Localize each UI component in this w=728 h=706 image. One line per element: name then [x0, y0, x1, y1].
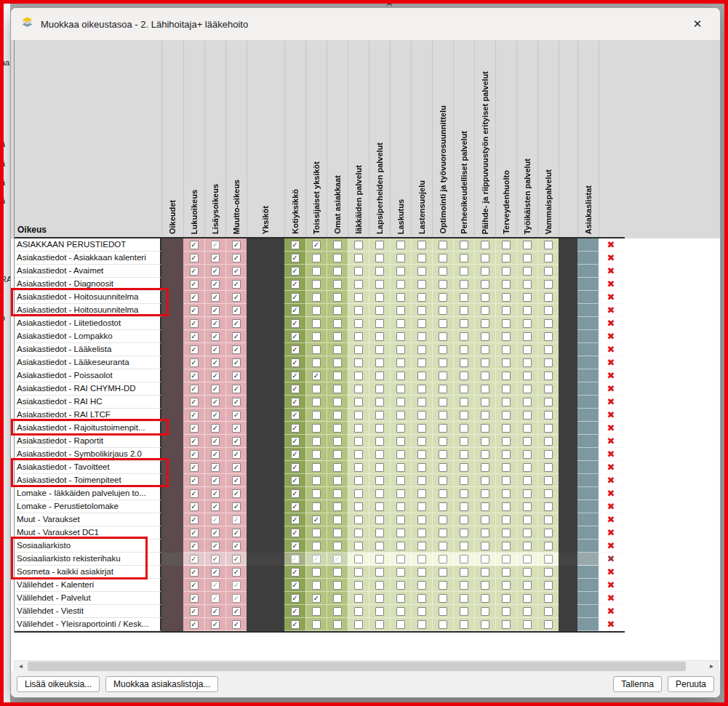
checkbox-toissijaiset-yksikot[interactable]: [312, 306, 321, 315]
checkbox-omat-asiakkaat[interactable]: [333, 463, 342, 472]
checkbox-lukuoikeus[interactable]: ✓: [190, 385, 199, 393]
checkbox-paihde-ja-riippuvuustyon-erityiset-palvelut[interactable]: [481, 581, 489, 590]
checkbox-vammaispalvelut[interactable]: [544, 332, 553, 341]
checkbox-iakkaiden-palvelut[interactable]: [354, 594, 363, 603]
checkbox-lastensuojelu[interactable]: [417, 424, 426, 433]
checkbox-terveydenhuolto[interactable]: [502, 306, 511, 315]
checkbox-laskutus[interactable]: [396, 555, 405, 563]
checkbox-muutto-oikeus[interactable]: ✓: [232, 502, 241, 511]
checkbox-optimointi-ja-tyovuorosuunnittelu[interactable]: [439, 241, 447, 249]
checkbox-paihde-ja-riippuvuustyon-erityiset-palvelut[interactable]: [481, 385, 489, 393]
row-label[interactable]: Välilehdet - Viestit: [15, 605, 161, 618]
checkbox-vammaispalvelut[interactable]: [544, 280, 553, 289]
row-label[interactable]: Sosmeta - kaikki asiakirjat: [15, 566, 161, 579]
checkbox-optimointi-ja-tyovuorosuunnittelu[interactable]: [439, 398, 447, 406]
checkbox-toissijaiset-yksikot[interactable]: ✓: [312, 241, 321, 249]
checkbox-laskutus[interactable]: [396, 489, 405, 498]
checkbox-muutto-oikeus[interactable]: ✓: [232, 241, 241, 249]
checkbox-toissijaiset-yksikot[interactable]: [312, 542, 321, 550]
checkbox-kotiyksikko[interactable]: ✓: [291, 476, 300, 485]
delete-row-icon[interactable]: ✖: [607, 449, 615, 459]
checkbox-kotiyksikko[interactable]: ✓: [291, 424, 300, 433]
checkbox-iakkaiden-palvelut[interactable]: [354, 345, 363, 354]
checkbox-lisaysoikeus[interactable]: ✓: [211, 267, 220, 276]
row-label[interactable]: ASIAKKAAN PERUSTIEDOT: [15, 238, 161, 252]
checkbox-toissijaiset-yksikot[interactable]: [312, 280, 321, 289]
checkbox-lukuoikeus[interactable]: ✓: [190, 450, 199, 459]
checkbox-kotiyksikko[interactable]: ✓: [291, 502, 300, 511]
checkbox-muutto-oikeus[interactable]: ✓: [232, 581, 241, 590]
checkbox-laskutus[interactable]: [396, 385, 405, 393]
checkbox-laskutus[interactable]: [396, 332, 405, 341]
checkbox-tyoikaisten-palvelut[interactable]: [523, 241, 532, 249]
checkbox-iakkaiden-palvelut[interactable]: [354, 607, 363, 616]
checkbox-omat-asiakkaat[interactable]: [333, 581, 342, 590]
checkbox-muutto-oikeus[interactable]: ✓: [232, 516, 241, 524]
checkbox-kotiyksikko[interactable]: ✓: [291, 306, 300, 315]
checkbox-kotiyksikko[interactable]: ✓: [291, 607, 300, 616]
checkbox-optimointi-ja-tyovuorosuunnittelu[interactable]: [439, 476, 447, 485]
checkbox-omat-asiakkaat[interactable]: [333, 594, 342, 603]
checkbox-muutto-oikeus[interactable]: ✓: [232, 267, 241, 276]
checkbox-iakkaiden-palvelut[interactable]: [354, 398, 363, 406]
checkbox-perheoikeudelliset-palvelut[interactable]: [460, 332, 468, 341]
checkbox-terveydenhuolto[interactable]: [502, 516, 511, 524]
checkbox-optimointi-ja-tyovuorosuunnittelu[interactable]: [439, 280, 447, 289]
checkbox-omat-asiakkaat[interactable]: [333, 385, 342, 393]
checkbox-lapsiperheiden-palvelut[interactable]: [375, 332, 384, 341]
checkbox-laskutus[interactable]: [396, 319, 405, 328]
checkbox-perheoikeudelliset-palvelut[interactable]: [460, 516, 468, 524]
checkbox-lukuoikeus[interactable]: ✓: [190, 398, 199, 406]
checkbox-lisaysoikeus[interactable]: ✓: [211, 372, 220, 380]
checkbox-toissijaiset-yksikot[interactable]: [312, 424, 321, 433]
checkbox-kotiyksikko[interactable]: ✓: [291, 516, 300, 524]
checkbox-muutto-oikeus[interactable]: ✓: [232, 254, 241, 262]
checkbox-lukuoikeus[interactable]: ✓: [190, 267, 199, 276]
checkbox-toissijaiset-yksikot[interactable]: [312, 332, 321, 341]
checkbox-paihde-ja-riippuvuustyon-erityiset-palvelut[interactable]: [481, 358, 489, 367]
checkbox-omat-asiakkaat[interactable]: [333, 437, 342, 446]
checkbox-laskutus[interactable]: [396, 254, 405, 262]
checkbox-tyoikaisten-palvelut[interactable]: [523, 450, 532, 459]
row-label[interactable]: Asiakastiedot - RAI LTCF: [15, 409, 161, 422]
row-label[interactable]: Muut - Varaukset: [15, 513, 161, 526]
checkbox-kotiyksikko[interactable]: ✓: [291, 555, 300, 563]
checkbox-vammaispalvelut[interactable]: [544, 463, 553, 472]
checkbox-terveydenhuolto[interactable]: [502, 319, 511, 328]
checkbox-toissijaiset-yksikot[interactable]: [312, 319, 321, 328]
checkbox-tyoikaisten-palvelut[interactable]: [523, 254, 532, 262]
checkbox-laskutus[interactable]: [396, 372, 405, 380]
checkbox-kotiyksikko[interactable]: ✓: [291, 489, 300, 498]
row-label[interactable]: Asiakastiedot - Asiakkaan kalenteri: [15, 252, 161, 265]
checkbox-lapsiperheiden-palvelut[interactable]: [375, 555, 384, 563]
checkbox-muutto-oikeus[interactable]: ✓: [232, 385, 241, 393]
checkbox-perheoikeudelliset-palvelut[interactable]: [460, 502, 468, 511]
delete-row-icon[interactable]: ✖: [607, 410, 615, 420]
checkbox-iakkaiden-palvelut[interactable]: [354, 542, 363, 550]
checkbox-laskutus[interactable]: [396, 476, 405, 485]
delete-row-icon[interactable]: ✖: [607, 279, 615, 289]
checkbox-laskutus[interactable]: [396, 437, 405, 446]
checkbox-kotiyksikko[interactable]: ✓: [291, 620, 300, 629]
checkbox-vammaispalvelut[interactable]: [544, 568, 553, 577]
row-label[interactable]: Asiakastiedot - Diagnoosit: [15, 278, 161, 291]
checkbox-omat-asiakkaat[interactable]: [333, 293, 342, 302]
checkbox-lisaysoikeus[interactable]: ✓: [211, 358, 220, 367]
checkbox-muutto-oikeus[interactable]: ✓: [232, 463, 241, 472]
checkbox-lapsiperheiden-palvelut[interactable]: [375, 254, 384, 262]
checkbox-perheoikeudelliset-palvelut[interactable]: [460, 280, 468, 289]
checkbox-tyoikaisten-palvelut[interactable]: [523, 280, 532, 289]
checkbox-paihde-ja-riippuvuustyon-erityiset-palvelut[interactable]: [481, 463, 489, 472]
checkbox-lisaysoikeus[interactable]: ✓: [211, 385, 220, 393]
checkbox-muutto-oikeus[interactable]: ✓: [232, 489, 241, 498]
checkbox-lukuoikeus[interactable]: ✓: [190, 620, 199, 629]
checkbox-optimointi-ja-tyovuorosuunnittelu[interactable]: [439, 489, 447, 498]
checkbox-lastensuojelu[interactable]: [417, 385, 426, 393]
checkbox-toissijaiset-yksikot[interactable]: [312, 398, 321, 406]
checkbox-lastensuojelu[interactable]: [417, 502, 426, 511]
checkbox-lapsiperheiden-palvelut[interactable]: [375, 568, 384, 577]
checkbox-tyoikaisten-palvelut[interactable]: [523, 542, 532, 550]
checkbox-kotiyksikko[interactable]: ✓: [291, 241, 300, 249]
checkbox-lapsiperheiden-palvelut[interactable]: [375, 594, 384, 603]
checkbox-vammaispalvelut[interactable]: [544, 555, 553, 563]
